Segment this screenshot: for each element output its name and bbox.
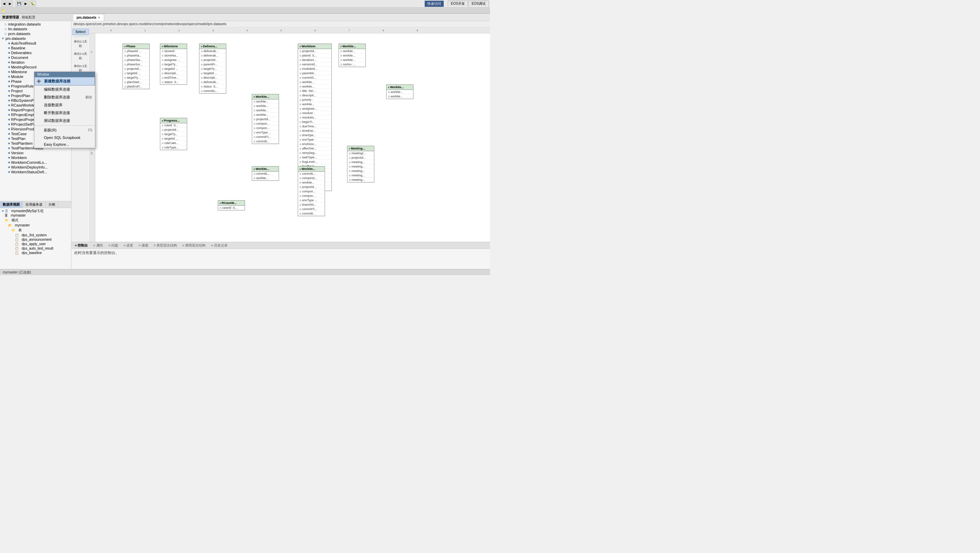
path-text: devops-specs/com.primeton.devops.specs.m… [73, 22, 227, 26]
relation-tool-2[interactable]: 单向1:n关联 [73, 50, 89, 62]
tree-item[interactable]: ▷ pcm.datasetx [0, 31, 71, 36]
bottom-tab-5[interactable]: 类型层次结构 [152, 243, 179, 248]
outline-tab[interactable]: 大纲 [46, 202, 58, 208]
entity-box-8[interactable]: ■Workite...⊞commitL...⊞compInst...⊞worki… [298, 166, 325, 216]
db-root[interactable]: ▼ 🗄 mymaster[MySql 5.6] [0, 209, 71, 213]
entity-field: ⊞deliverab... [199, 53, 226, 58]
toolbar-save[interactable]: 💾 [16, 1, 22, 7]
toolbar-run[interactable]: ▶ [23, 1, 29, 7]
entity-field: ⊞ruleCate... [160, 141, 187, 145]
db-tree-item[interactable]: 🗄 mymaster [0, 213, 71, 218]
context-menu-item-3[interactable]: 连接数据库 [34, 101, 95, 109]
tab-label: pm.datasetx [76, 16, 96, 19]
tree-item[interactable]: ■ Baseline [0, 46, 71, 50]
db-tree-item[interactable]: 📂 mymaster [0, 223, 71, 228]
toolbar-forward[interactable]: ▶ [8, 1, 13, 7]
entity-box-5[interactable]: ■Progress...⊞ruleId :S...⊞projectId...⊞t… [160, 118, 187, 150]
db-tree-item[interactable]: 📋 dps_3rd_system [0, 233, 71, 237]
db-tree-item[interactable]: 📁 模式 [0, 218, 71, 223]
bottom-tabs: 控制台属性问题进度搜索类型层次结构调用层次结构历史记录 [72, 242, 490, 249]
entity-field: ⊞resolver : [298, 111, 331, 115]
toolbar-debug[interactable]: 🐛 [29, 1, 36, 7]
entity-field: ⊞compon... [252, 121, 279, 126]
entity-field: ⊞planEndT... [123, 84, 150, 89]
context-menu-item-0[interactable]: ➕新建数据库连接 [34, 77, 95, 86]
entity-box-7[interactable]: ■Workite...⊞commitL...⊞workite... [252, 166, 279, 181]
relation-tool-1[interactable]: 单向1:1关联 [73, 38, 89, 50]
entity-header: ■Phase [123, 44, 150, 49]
bottom-tab-7[interactable]: 历史记录 [209, 243, 229, 248]
tree-item[interactable]: ■ Document [0, 55, 71, 60]
entity-box-10[interactable]: ■Meeting...⊞meetingI...⊞projectId...⊞mee… [347, 146, 374, 183]
tree-item[interactable]: ■ WorkitemStatusDefi... [0, 170, 71, 174]
entity-field: ⊞deliverab... [199, 80, 226, 84]
entity-box-9[interactable]: ■RCaseW...⊞caseId :S... [218, 200, 245, 210]
entity-field: ⊞committ... [252, 139, 279, 144]
context-menu-item-1[interactable]: 编辑数据库连接 [34, 86, 95, 93]
context-menu-item-4[interactable]: 断开数据库连接 [34, 109, 95, 117]
context-menu-item-8[interactable]: Open SQL Scrapbook [34, 134, 95, 141]
entity-box-2[interactable]: ■Delivera...⊞deliverab...⊞deliverab...⊞p… [199, 44, 226, 94]
entity-field: ⊞iterationI... [298, 58, 331, 62]
entity-field: ⊞planStart... [123, 80, 150, 84]
context-menu[interactable]: Window ➕新建数据库连接编辑数据库连接删除数据库连接删除连接数据库断开数据… [34, 72, 95, 148]
diagram-canvas[interactable]: ■Phase⊞phaseId ...⊞phaseNa...⊞phaseSta..… [95, 33, 490, 242]
entity-box-1[interactable]: ■Milestone⊞stoneId :⊞stoneNa...⊞assignee… [160, 44, 187, 85]
db-view-tab[interactable]: 数据库视图 [0, 202, 23, 208]
entity-box-4[interactable]: ■Workite...⊞workite...⊞workite...⊞workit… [339, 44, 366, 67]
entity-field: ⊞projectId... [123, 67, 150, 71]
app-server-tab[interactable]: 应用服务器 [23, 202, 46, 208]
tree-item[interactable]: ■ WorkitemCommitLo... [0, 160, 71, 165]
entity-header: ■Workite... [387, 85, 413, 90]
bottom-tab-2[interactable]: 问题 [107, 243, 120, 248]
tree-item[interactable]: ■ Iteration [0, 60, 71, 65]
tree-item[interactable]: ■ Workitem [0, 155, 71, 160]
entity-field: ⊞compon... [298, 189, 325, 194]
entity-field: ⊞storyDeg... [298, 151, 331, 155]
menu-item-label: Open SQL Scrapbook [44, 135, 80, 140]
tree-item[interactable]: ▷ lm.datasetx [0, 27, 71, 31]
resource-manager-tab[interactable]: 资源管理器 [2, 15, 19, 20]
entity-field: ⊞workite... [339, 49, 366, 53]
canvas-area[interactable]: Select 单向1:1关联 单向1:n关联 单向n:1关联 双向1:n关联 基… [72, 27, 490, 242]
entity-box-11[interactable]: ■Workite...⊞workite...⊞workite... [386, 84, 414, 99]
tree-item[interactable]: ■ WorkitemDeployInfo... [0, 165, 71, 170]
entity-field: ⊞priority : [298, 98, 331, 102]
bottom-tab-3[interactable]: 进度 [121, 243, 135, 248]
entity-header: ■Workite... [252, 94, 279, 99]
entity-header: ■RCaseW... [218, 201, 245, 206]
db-tree-item[interactable]: 📋 dps_auto_test_result [0, 246, 71, 251]
select-tool[interactable]: Select [73, 29, 89, 35]
tree-item[interactable]: ■ Deliverables [0, 50, 71, 55]
bottom-tab-4[interactable]: 搜索 [137, 243, 150, 248]
context-menu-item-2[interactable]: 删除数据库连接删除 [34, 93, 95, 101]
status-text: mymaster (已连接) [3, 270, 31, 275]
tree-item[interactable]: ▷ integration.datasetx [0, 22, 71, 27]
entity-field: ⊞stoneNa... [160, 53, 187, 58]
db-tree-item[interactable]: 📋 dps_baseline [0, 251, 71, 255]
tree-item[interactable]: ■ Version [0, 150, 71, 155]
tab-close[interactable]: ✕ [98, 16, 100, 19]
db-tree-item[interactable]: 📋 dps_announcement [0, 237, 71, 242]
bottom-tab-1[interactable]: 属性 [91, 243, 105, 248]
db-tree-item[interactable]: 📋 dps_apply_user [0, 242, 71, 246]
eos-dev-tab[interactable]: EOS开发 [448, 1, 468, 6]
entity-field: ⊞timeSpe... [298, 133, 331, 137]
tree-item[interactable]: ▼ pm.datasetx [0, 36, 71, 41]
bottom-tab-0[interactable]: 控制台 [73, 243, 90, 248]
context-menu-item-9[interactable]: Easy Explore... [34, 141, 95, 148]
bottom-tab-6[interactable]: 调用层次结构 [180, 243, 208, 248]
tree-item[interactable]: ■ AutoTestResult [0, 41, 71, 46]
entity-box-6[interactable]: ■Workite...⊞workite...⊞workite...⊞workit… [252, 94, 279, 144]
entity-header: ■Workitem [298, 44, 331, 49]
template-config-tab[interactable]: 模板配置 [22, 15, 35, 20]
pm-datasetx-tab[interactable]: pm.datasetx ✕ [73, 14, 104, 21]
toolbar-back[interactable]: ◀ [2, 1, 7, 7]
entity-field: ⊞affectVer... [298, 147, 331, 151]
entity-box-0[interactable]: ■Phase⊞phaseId ...⊞phaseNa...⊞phaseSta..… [123, 44, 150, 89]
eos-debug-tab[interactable]: EOS调试 [469, 1, 488, 6]
tree-item[interactable]: ■ MeetingRecord [0, 65, 71, 70]
context-menu-item-7[interactable]: 刷新(R)F5 [34, 126, 95, 134]
context-menu-item-5[interactable]: 测试数据库连接 [34, 117, 95, 124]
db-tree-item[interactable]: 📁 表 [0, 228, 71, 233]
